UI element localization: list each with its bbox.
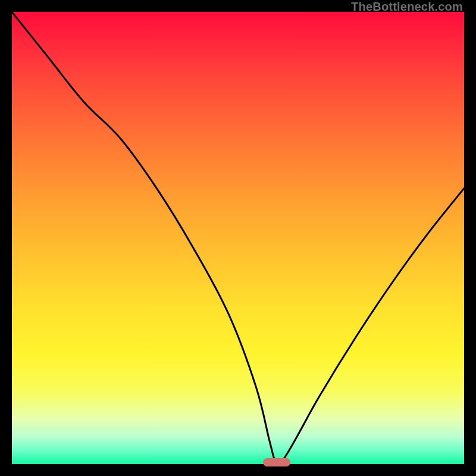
chart-frame: TheBottleneck.com [0,0,476,476]
minimum-marker [263,458,290,466]
plot-area [12,12,464,464]
bottleneck-curve [12,12,464,464]
